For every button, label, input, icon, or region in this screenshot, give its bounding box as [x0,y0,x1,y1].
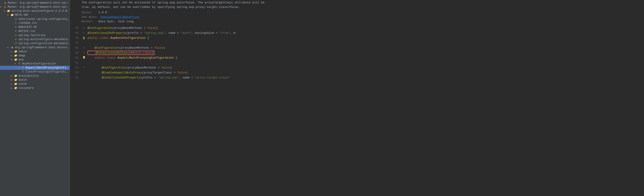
fold-icon[interactable]: ⊟ [83,45,84,50]
token-cls: { [174,56,177,59]
tree-arrow: ▶ [18,66,21,69]
line-content-45: @ConditionalOnProperty(prefix = "spring.… [86,31,644,36]
line-number-46: 46 [70,36,81,40]
fold-icon[interactable]: ⊟ [83,26,84,31]
tree-icon-cache: 📁 [14,82,18,86]
tree-item-spring-config-meta[interactable]: {}spring-configuration-metadata.json [0,41,70,45]
token-cls-bold: AopAutoConfiguration [110,36,146,40]
line-number-47: 47 [70,40,81,45]
token-cls [88,71,102,74]
line-gutter-52[interactable]: ⊟ [81,65,86,70]
tree-arrow: ▼ [7,14,10,16]
line-number-52: 52 [70,65,81,70]
tree-label-org-pkg: org.springframework.boot.autoconfigure [15,46,70,49]
tree-item-add-spring-config[interactable]: {}additional-spring-configuration-metada… [0,17,70,21]
token-ann: @ConditionalOnProperty [102,76,140,79]
tree-label-cassandra: cassandra [18,86,70,90]
token-str: "proxy-target-class" [195,76,230,79]
fold-icon[interactable]: ⊟ [83,31,84,36]
tree-item-cache[interactable]: ▶📁cache [0,82,70,86]
since-label: Since: [82,10,95,15]
tree-icon-meta-inf: 📁 [10,13,14,17]
tree-item-admin[interactable]: ▶📁admin [0,50,70,54]
tree-icon-license: ≡ [14,22,18,25]
tree-item-maven-root[interactable]: ▣Maven: org.springframework.boot:spring-… [0,1,70,5]
token-cls: (prefix = [126,31,144,35]
tree-label-AspectJAutoProxyingConfiguration: AspectJAutoProxyingConfiguration [26,66,70,69]
bulb-icon[interactable]: 💡 [82,55,86,60]
doc-text-line1: The configuration will not be activated … [82,0,264,5]
line-gutter-48[interactable]: ⊟ [81,45,86,50]
tree-label-ClassProxyingConfiguration: ClassProxyingConfiguration [26,70,70,73]
author-value: Dave Syer, Josh Long [98,19,134,24]
line-gutter-49[interactable]: ⊟ [81,50,86,55]
tree-icon-amqp: 📁 [14,54,18,57]
fold-icon[interactable]: ⊟ [83,50,84,55]
tree-label-batch: batch [18,78,70,82]
since-value: 1.0.0 [98,10,107,15]
token-cls: (proxyBeanMethods = [112,26,147,30]
highlight-box-49: @ConditionalOnClass(Advice.class) [88,51,154,55]
fold-icon[interactable]: ⊟ [83,65,84,70]
tree-arrow: ▶ [11,79,14,81]
tree-icon-spring-config-meta: {} [14,42,18,45]
tree-label-AopAutoConfiguration: AopAutoConfiguration [22,62,70,65]
code-line-54: 54 @ConditionalOnProperty(prefix = "spri… [70,75,644,80]
tree-item-notice[interactable]: ≡NOTICE.txt [0,29,70,33]
code-line-53: 53 @EnableAspectJAutoProxy(proxyTargetCl… [70,70,644,75]
tree-label-cache: cache [18,82,70,86]
line-gutter-45[interactable]: ⊟ [81,31,86,36]
tree-label-availability: availability [18,74,70,77]
line-number-49: 49 [70,50,81,55]
tree-label-amqp: amqp [18,54,70,57]
tree-item-jar-root[interactable]: ▼📁spring-boot-autoconfigure-2.3.4.RELEAS… [0,9,70,13]
tree-item-availability[interactable]: ▶📁availability [0,74,70,78]
tree-item-meta-inf[interactable]: ▼📁META-INF [0,13,70,17]
code-line-50: 50💡 static class AspectJAutoProxyingConf… [70,55,644,60]
token-red: Advice.class [130,51,152,54]
tree-item-maven-autoconfigure[interactable]: ▼▣Maven: org.springframework.boot:spring… [0,5,70,9]
tree-icon-jar-root: 📁 [7,9,10,13]
tree-icon-cassandra: 📁 [14,86,18,90]
tree-label-aop: aop [18,58,70,61]
tree-item-spring-factories[interactable]: ⚙spring.factories [0,33,70,37]
token-kw: false [147,26,156,30]
tree-item-ClassProxyingConfiguration[interactable]: CClassProxyingConfiguration [0,70,70,74]
tree-item-cassandra[interactable]: ▶📁cassandra [0,86,70,90]
token-str: "spring.aop" [144,31,165,35]
tree-icon-availability: 📁 [14,74,18,77]
line-content-54: @ConditionalOnProperty(prefix = "spring.… [86,75,644,80]
token-ann: @EnableAspectJAutoProxy [102,71,142,74]
tree-item-AspectJAutoProxyingConfiguration[interactable]: ▶CAspectJAutoProxyingConfiguration [0,66,70,70]
seealso-link[interactable]: EnableAspectJAutoProxy [100,15,139,19]
tree-item-license[interactable]: ≡LICENSE.txt [0,21,70,25]
token-cls: (proxyTargetClass = [142,71,177,74]
tree-item-amqp[interactable]: ▶📁amqp [0,54,70,58]
line-gutter-46[interactable]: 🍃 [81,36,86,40]
tree-item-batch[interactable]: ▶📁batch [0,78,70,82]
tree-icon-ClassProxyingConfiguration: C [21,70,25,73]
tree-arrow: ▶ [11,83,14,85]
tree-label-maven-autoconfigure: Maven: org.springframework.boot:spring-b… [8,5,70,8]
file-tree[interactable]: ▣Maven: org.springframework.boot:spring-… [0,0,70,196]
tree-item-AopAutoConfiguration[interactable]: ▼CAopAutoConfiguration [0,62,70,66]
token-cls: (proxyBeanMethods = [126,66,162,69]
line-number-48: 48 [70,45,81,50]
tree-label-admin: admin [18,50,70,53]
author-label: Author: [82,19,95,24]
tree-item-spring-autoconfig-meta[interactable]: ⚙spring-autoconfigure-metadata.propertie… [0,37,70,41]
line-number-44: 44 [70,26,81,31]
tree-item-aop[interactable]: ▼📁aop [0,58,70,62]
tree-icon-admin: 📁 [14,50,18,53]
token-kw: false [177,71,186,74]
doc-text-line2: true, by default, but can be overridden … [82,5,240,9]
tree-item-org-pkg[interactable]: ▼◉org.springframework.boot.autoconfigure [0,45,70,50]
tree-icon-org-pkg: ◉ [10,46,14,49]
tree-item-manifest[interactable]: ≡MANIFEST.MF [0,25,70,29]
line-gutter-50[interactable]: 💡 [81,55,86,60]
tree-label-meta-inf: META-INF [15,13,70,17]
tree-icon-maven-autoconfigure: ▣ [3,5,7,8]
tree-arrow: ▶ [11,50,14,53]
line-gutter-44[interactable]: ⊟ [81,26,86,31]
token-cls-bold: AspectJAutoProxyingConfiguration [118,56,174,59]
